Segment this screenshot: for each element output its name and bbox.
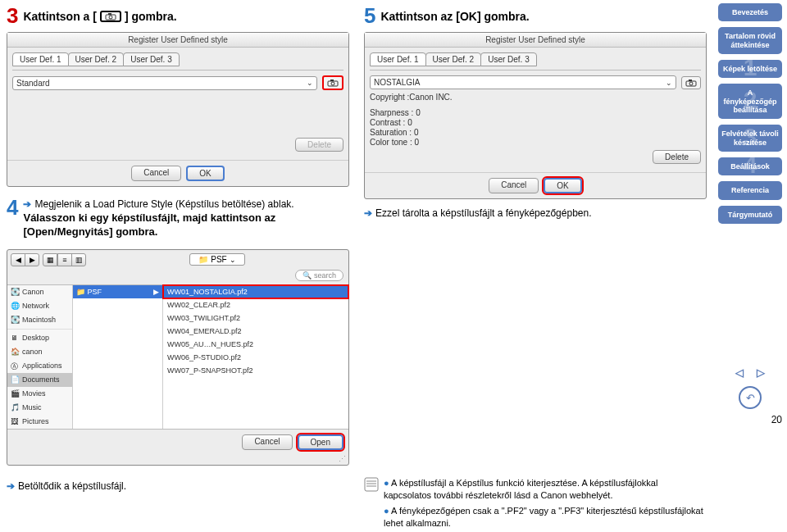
svg-point-2 — [109, 16, 112, 19]
tab-userdef-3[interactable]: User Def. 3 — [480, 52, 537, 66]
copyright-text: Copyright :Canon INC. — [370, 93, 701, 102]
file-item[interactable]: WW05_AU…N_HUES.pf2 — [163, 338, 348, 351]
dialog-register-style-2: Register User Defined style User Def. 1 … — [364, 32, 707, 199]
network-icon: 🌐 — [11, 302, 20, 311]
sidebar-network[interactable]: 🌐Network — [7, 299, 72, 313]
sidebar-pictures[interactable]: 🖼Pictures — [7, 415, 72, 429]
ok-button[interactable]: OK — [186, 166, 224, 181]
nav-chapter-4[interactable]: 4Beállítások — [718, 157, 782, 175]
folder-icon: 📁 — [76, 288, 85, 296]
drive-icon: 💽 — [11, 316, 20, 325]
sidebar-applications[interactable]: ⒶApplications — [7, 359, 72, 373]
view-list-button[interactable]: ≡ — [57, 253, 72, 266]
step-5-number: 5 — [364, 3, 375, 29]
step-5-text: Kattintson az [OK] gombra. — [380, 10, 529, 23]
value-line: Saturation : 0 — [370, 128, 701, 137]
dialog-title: Register User Defined style — [7, 33, 348, 48]
value-line: Color tone : 0 — [370, 138, 701, 147]
page-prev-button[interactable]: ◁ — [730, 363, 748, 381]
picker-cancel-button[interactable]: Cancel — [242, 434, 292, 450]
apps-icon: Ⓐ — [11, 361, 20, 371]
sidebar-documents[interactable]: 📄Documents — [7, 373, 72, 387]
delete-button[interactable]: Delete — [295, 138, 343, 152]
page-number: 20 — [713, 414, 787, 425]
file-item[interactable]: WW04_EMERALD.pf2 — [163, 325, 348, 338]
file-item[interactable]: WW06_P-STUDIO.pf2 — [163, 351, 348, 364]
search-icon: 🔍 — [303, 271, 312, 280]
delete-button[interactable]: Delete — [653, 150, 701, 164]
tab-strip: User Def. 1 User Def. 2 User Def. 3 — [12, 52, 343, 66]
svg-point-5 — [331, 82, 334, 85]
path-dropdown[interactable]: 📁 PSF ⌄ — [189, 253, 244, 266]
cancel-button[interactable]: Cancel — [489, 178, 539, 193]
page-next-button[interactable]: ▷ — [752, 363, 770, 381]
nav-chapter-1[interactable]: 1Képek letöltése — [718, 60, 782, 78]
nav-index[interactable]: Tárgymutató — [718, 206, 782, 224]
picker-open-button[interactable]: Open — [298, 434, 343, 450]
nav-reference[interactable]: Referencia — [718, 181, 782, 199]
tab-userdef-1[interactable]: User Def. 1 — [370, 52, 426, 66]
tab-userdef-1[interactable]: User Def. 1 — [12, 52, 69, 66]
return-button[interactable]: ↶ — [739, 386, 762, 409]
sidebar-music[interactable]: 🎵Music — [7, 401, 72, 415]
step-5-note: Ezzel tárolta a képstílusfájlt a fénykép… — [375, 207, 592, 219]
nav-chapter-2[interactable]: 2A fényképezőgép beállítása — [718, 84, 782, 119]
file-list: WW01_NOSTALGIA.pf2 WW02_CLEAR.pf2 WW03_T… — [163, 285, 348, 429]
note-item: A képstílusfájl a Képstílus funkció kite… — [384, 477, 707, 502]
arrow-icon: ➔ — [364, 207, 372, 219]
sidebar-home[interactable]: 🏠canon — [7, 345, 72, 359]
sidebar-movies[interactable]: 🎬Movies — [7, 387, 72, 401]
notes-block: A képstílusfájl a Képstílus funkció kite… — [384, 477, 707, 532]
step-3-number: 3 — [7, 3, 18, 29]
svg-rect-9 — [365, 478, 378, 491]
resize-handle[interactable]: ⋰ — [7, 455, 348, 465]
folder-icon: 📁 — [198, 255, 208, 264]
file-item[interactable]: WW03_TWILIGHT.pf2 — [163, 311, 348, 325]
nav-chapter-3[interactable]: 3Felvételek távoli készítése — [718, 125, 782, 152]
style-dropdown[interactable]: Standard⌄ — [12, 76, 317, 90]
svg-rect-1 — [108, 13, 111, 15]
tab-userdef-2[interactable]: User Def. 2 — [425, 52, 482, 66]
file-item[interactable]: WW07_P-SNAPSHOT.pf2 — [163, 364, 348, 377]
dialog-register-style-1: Register User Defined style User Def. 1 … — [7, 32, 349, 187]
pictures-icon: 🖼 — [11, 417, 20, 426]
cancel-button[interactable]: Cancel — [131, 166, 181, 181]
right-nav: Bevezetés Tartalom rövid áttekintése 1Ké… — [713, 0, 787, 532]
view-columns-button[interactable]: ▥ — [71, 253, 86, 266]
file-item[interactable]: WW01_NOSTALGIA.pf2 — [163, 285, 348, 298]
step-4-note: Megjelenik a Load Picture Style (Képstíl… — [34, 198, 293, 210]
value-line: Contrast : 0 — [370, 118, 701, 127]
drive-icon: 💽 — [11, 288, 20, 297]
arrow-icon: ➔ — [23, 198, 31, 210]
nav-back-button[interactable]: ◀ — [11, 253, 25, 266]
style-dropdown[interactable]: NOSTALGIA⌄ — [370, 75, 676, 89]
nav-overview[interactable]: Tartalom rövid áttekintése — [718, 27, 782, 54]
search-field[interactable]: 🔍 search — [295, 270, 343, 281]
svg-point-8 — [689, 82, 693, 85]
folder-item[interactable]: 📁 PSF▶ — [73, 285, 162, 298]
nav-forward-button[interactable]: ▶ — [25, 253, 39, 266]
docs-icon: 📄 — [11, 375, 20, 384]
step-4-number: 4 — [7, 195, 18, 221]
sidebar-device[interactable]: 💽Canon — [7, 285, 72, 299]
info-icon — [364, 477, 379, 492]
note-item: A fényképezőgépen csak a ".PF2" vagy a "… — [384, 505, 707, 530]
arrow-icon: ➔ — [7, 480, 15, 492]
ok-button[interactable]: OK — [544, 178, 581, 193]
home-icon: 🏠 — [11, 348, 20, 357]
value-line: Sharpness : 0 — [370, 108, 701, 117]
file-middle-column: 📁 PSF▶ — [73, 285, 163, 429]
camera-load-button[interactable] — [681, 76, 701, 89]
svg-rect-7 — [689, 80, 692, 81]
sidebar-macintosh[interactable]: 💽Macintosh — [7, 313, 72, 327]
tab-userdef-2[interactable]: User Def. 2 — [68, 52, 125, 66]
desktop-icon: 🖥 — [11, 334, 20, 343]
view-icons-button[interactable]: ▦ — [43, 253, 57, 266]
file-item[interactable]: WW02_CLEAR.pf2 — [163, 298, 348, 311]
sidebar-desktop[interactable]: 🖥Desktop — [7, 331, 72, 345]
nav-intro[interactable]: Bevezetés — [718, 3, 782, 21]
tab-userdef-3[interactable]: User Def. 3 — [123, 52, 180, 66]
file-sidebar: 💽Canon 🌐Network 💽Macintosh 🖥Desktop 🏠can… — [7, 285, 73, 429]
camera-load-button[interactable] — [322, 75, 343, 90]
dialog-title: Register User Defined style — [365, 33, 706, 48]
